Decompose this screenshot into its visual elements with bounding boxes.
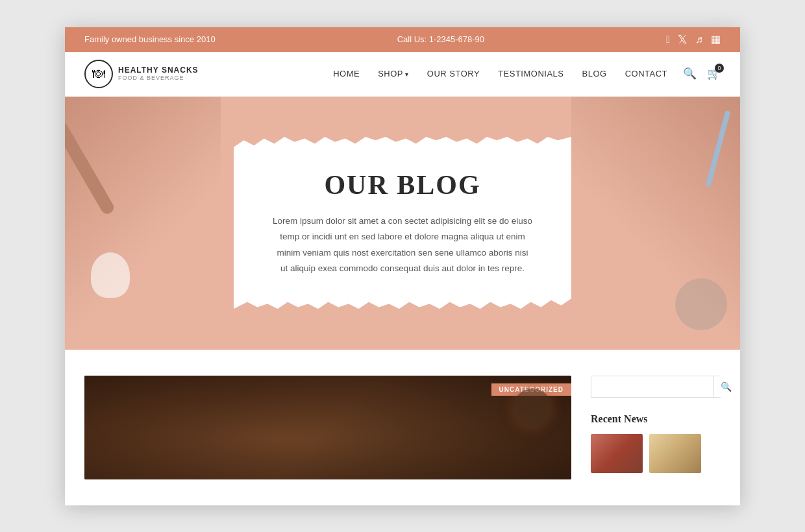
logo-area: 🍽 HEALTHY SNACKS FOOD & BEVERAGE bbox=[84, 60, 199, 88]
logo-text: HEALTHY SNACKS FOOD & BEVERAGE bbox=[118, 66, 199, 82]
blog-posts: UNCATEGORIZED bbox=[84, 376, 571, 479]
blog-card[interactable]: UNCATEGORIZED bbox=[84, 376, 571, 479]
hero-deco-left bbox=[65, 97, 221, 350]
top-bar: Family owned business since 2010 Call Us… bbox=[65, 27, 740, 52]
nav-home[interactable]: HOME bbox=[333, 69, 360, 79]
sidebar: 🔍 Recent News bbox=[591, 376, 721, 479]
nav-testimonials[interactable]: TESTIMONIALS bbox=[498, 69, 564, 79]
top-bar-left: Family owned business since 2010 bbox=[84, 34, 216, 44]
brand-name: HEALTHY SNACKS bbox=[118, 66, 199, 75]
instagram-icon[interactable]: ▦ bbox=[711, 33, 721, 45]
search-button[interactable]: 🔍 bbox=[683, 67, 697, 80]
nav-links: HOME SHOP OUR STORY TESTIMONIALS BLOG CO… bbox=[333, 69, 667, 79]
social-icons:  𝕏 ♬ ▦ bbox=[666, 32, 721, 47]
hero-center: OUR BLOG Lorem ipsum dolor sit amet a co… bbox=[234, 137, 571, 309]
twitter-icon[interactable]: 𝕏 bbox=[678, 32, 687, 47]
logo-icon: 🍽 bbox=[84, 60, 113, 88]
pinterest-icon[interactable]: ♬ bbox=[695, 34, 703, 45]
recent-news-grid bbox=[591, 434, 721, 473]
recent-news-title: Recent News bbox=[591, 413, 721, 425]
search-input[interactable] bbox=[591, 376, 713, 396]
recent-news-thumb-2[interactable] bbox=[649, 434, 701, 473]
cart-button[interactable]: 🛒 0 bbox=[707, 67, 721, 80]
hero-section: OUR BLOG Lorem ipsum dolor sit amet a co… bbox=[65, 97, 740, 350]
search-box: 🔍 bbox=[591, 376, 721, 398]
hero-description: Lorem ipsum dolor sit amet a con sectet … bbox=[273, 213, 532, 276]
facebook-icon[interactable]:  bbox=[666, 34, 670, 45]
top-bar-center: Call Us: 1-2345-678-90 bbox=[216, 34, 667, 44]
hero-deco-right bbox=[571, 97, 740, 350]
nav-contact[interactable]: CONTACT bbox=[625, 69, 667, 79]
nav-blog[interactable]: BLOG bbox=[582, 69, 607, 79]
brand-tagline: FOOD & BEVERAGE bbox=[118, 75, 199, 82]
nav-icons: 🔍 🛒 0 bbox=[683, 67, 721, 80]
nav-shop[interactable]: SHOP bbox=[378, 69, 409, 79]
recent-news-thumb-1[interactable] bbox=[591, 434, 643, 473]
nav-our-story[interactable]: OUR STORY bbox=[427, 69, 480, 79]
navbar: 🍽 HEALTHY SNACKS FOOD & BEVERAGE HOME SH… bbox=[65, 52, 740, 97]
browser-window: Family owned business since 2010 Call Us… bbox=[65, 27, 740, 505]
search-submit-button[interactable]: 🔍 bbox=[713, 376, 738, 397]
cart-badge: 0 bbox=[715, 64, 724, 73]
hero-title: OUR BLOG bbox=[273, 169, 532, 200]
content-section: UNCATEGORIZED 🔍 Recent News bbox=[65, 350, 740, 505]
blog-badge: UNCATEGORIZED bbox=[491, 383, 571, 396]
blog-card-image: UNCATEGORIZED bbox=[84, 376, 571, 479]
